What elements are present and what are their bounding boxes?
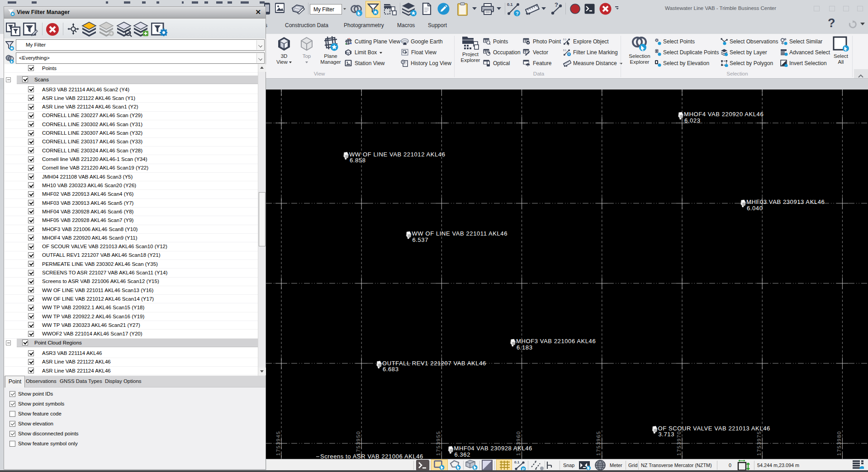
svg-text:?: ? [516, 11, 519, 16]
svg-text:1753980: 1753980 [836, 431, 842, 456]
svg-text:6.683: 6.683 [383, 366, 399, 373]
svg-text:1753970: 1753970 [676, 431, 682, 456]
svg-text:0.1: 0.1 [563, 49, 566, 52]
svg-text:6.040: 6.040 [747, 205, 763, 212]
svg-text:1753960: 1753960 [516, 431, 521, 456]
svg-text:OF SCOUR VALVE VAB 221013 AKL4: OF SCOUR VALVE VAB 221013 AKL46 [658, 425, 770, 432]
svg-text:6.858: 6.858 [350, 157, 366, 164]
svg-text:1753975: 1753975 [756, 431, 762, 456]
svg-text:6.537: 6.537 [413, 236, 429, 243]
svg-text:6.362: 6.362 [455, 451, 471, 458]
svg-text:Screens to ASR VAB 221006 AKL4: Screens to ASR VAB 221006 AKL46 [320, 453, 423, 459]
svg-text:1753965: 1753965 [596, 431, 601, 456]
svg-text:0.1: 0.1 [563, 38, 566, 41]
svg-text:0.1: 0.1 [507, 2, 513, 7]
svg-text:?: ? [555, 2, 558, 8]
svg-text:0.1: 0.1 [514, 460, 520, 464]
svg-text:1753955: 1753955 [436, 431, 441, 456]
svg-text:3.713: 3.713 [659, 431, 675, 438]
svg-text:1753945: 1753945 [275, 431, 281, 456]
svg-text:6.023: 6.023 [684, 117, 701, 124]
svg-text:6.183: 6.183 [517, 344, 533, 351]
svg-text:1753950: 1753950 [356, 431, 361, 456]
